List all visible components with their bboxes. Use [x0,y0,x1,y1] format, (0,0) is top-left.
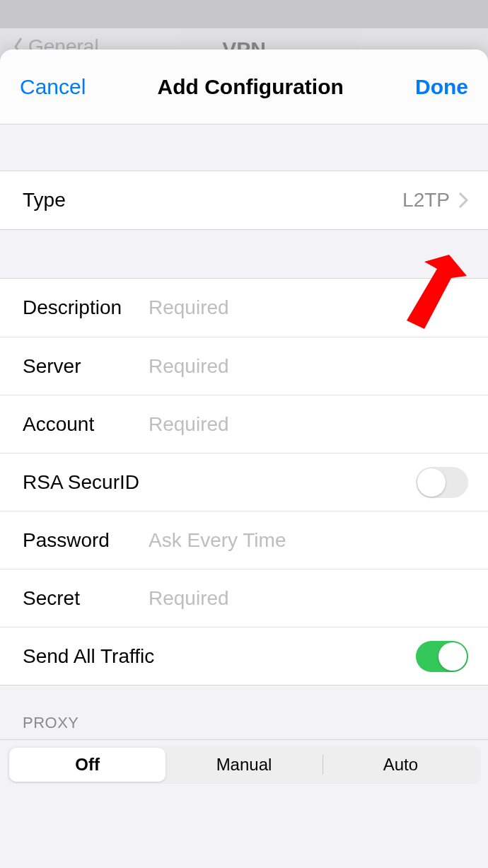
password-row[interactable]: Password [0,511,488,569]
send-all-toggle[interactable] [416,641,468,672]
server-row[interactable]: Server [0,337,488,395]
secret-input[interactable] [149,587,468,610]
modal-title: Add Configuration [158,75,344,99]
spacer [0,125,488,171]
modal-header: Cancel Add Configuration Done [0,50,488,125]
server-label: Server [23,355,149,378]
password-input[interactable] [149,529,468,552]
done-button[interactable]: Done [415,75,468,99]
proxy-seg-off[interactable]: Off [9,748,165,782]
account-label: Account [23,413,149,436]
type-label: Type [23,189,149,212]
spacer [0,229,488,279]
password-label: Password [23,529,149,552]
chevron-right-icon [458,192,468,209]
proxy-section-label: PROXY [0,685,488,739]
rsa-label: RSA SecurID [23,471,416,494]
secret-label: Secret [23,587,149,610]
type-value-text: L2TP [402,189,450,212]
cancel-button[interactable]: Cancel [20,75,86,99]
modal-sheet: Cancel Add Configuration Done Type L2TP … [0,50,488,868]
secret-row[interactable]: Secret [0,569,488,627]
proxy-seg-manual[interactable]: Manual [165,748,322,782]
proxy-seg-auto[interactable]: Auto [323,748,479,782]
group-type: Type L2TP [0,171,488,229]
send-all-row[interactable]: Send All Traffic [0,627,488,685]
type-row[interactable]: Type L2TP [0,171,488,229]
account-input[interactable] [149,413,468,436]
rsa-toggle[interactable] [416,467,468,498]
send-all-label: Send All Traffic [23,645,416,668]
proxy-segmented-bar: Off Manual Auto [0,740,488,789]
account-row[interactable]: Account [0,395,488,453]
description-row[interactable]: Description [0,279,488,337]
rsa-row[interactable]: RSA SecurID [0,453,488,511]
group-fields: Description Server Account RSA SecurID P… [0,279,488,685]
server-input[interactable] [149,355,468,378]
type-value: L2TP [402,189,468,212]
description-label: Description [23,296,149,319]
screen: VPN General Cancel Add Configuration Don… [0,0,488,868]
proxy-segmented[interactable]: Off Manual Auto [7,746,481,784]
description-input[interactable] [149,296,468,319]
